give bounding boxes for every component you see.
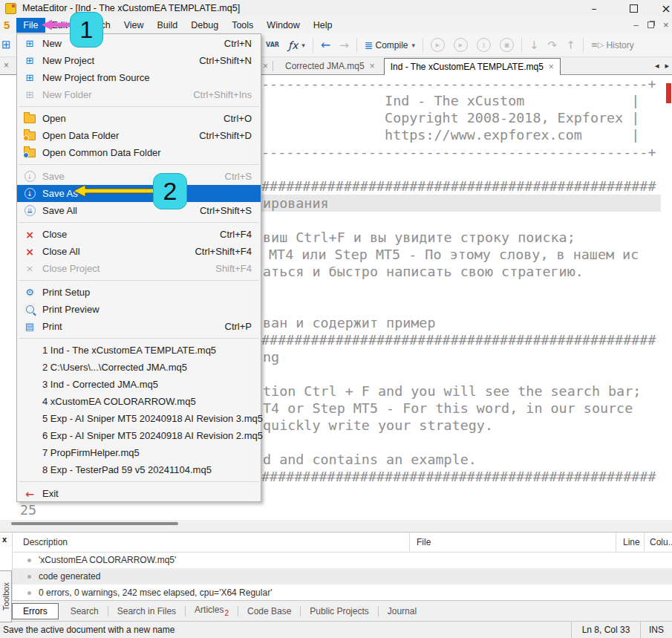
menu-item-4-xcustomea-colorarrow-mq5[interactable]: 4 xCustomEA COLORARROW.mq5 xyxy=(17,393,261,410)
print-setup-icon: ⚙ xyxy=(17,287,42,298)
tab-scroll-left-button[interactable]: ◂ xyxy=(655,61,659,71)
menu-item-label: 1 Ind - The xCustomEA TEMPLATE.mq5 xyxy=(42,345,252,356)
tab-scroll-right-button[interactable]: ▸ xyxy=(665,61,669,71)
toolbox-tab-articles[interactable]: Articles2 xyxy=(186,605,238,616)
compile-button[interactable]: ≣Compile▾ xyxy=(360,39,420,51)
maximize-button[interactable] xyxy=(622,0,645,16)
menu-item-new-project[interactable]: ⊞New ProjectCtrl+Shift+N xyxy=(17,52,261,69)
declare-variables-button[interactable]: VAR xyxy=(261,42,284,48)
toolbox-tab-code-base[interactable]: Code Base xyxy=(238,606,300,616)
menu-item-5-exp-ai-sniper-mt5-20240918-ai-revision-3-mq5[interactable]: 5 Exp - AI Sniper MT5 20240918 AI Revisi… xyxy=(17,410,261,427)
open-data-folder-glyph xyxy=(24,131,36,140)
menu-item-label: Save xyxy=(42,171,225,182)
menu-item-save[interactable]: ↓SaveCtrl+S xyxy=(17,168,261,185)
new-file-button[interactable]: ⊞ xyxy=(1,38,11,51)
close-project-icon: × xyxy=(17,263,42,274)
menu-item-new-folder[interactable]: ⊞New FolderCtrl+Shift+Ins xyxy=(17,86,261,103)
toolbox-tab-journal[interactable]: Journal xyxy=(379,606,425,616)
errors-table-row[interactable]: 'xCustomEA COLORARROW.mq5' xyxy=(13,552,672,568)
code-line: ----------------------------------------… xyxy=(261,143,656,160)
horizontal-scrollbar[interactable] xyxy=(0,520,672,532)
code-line: ########################################… xyxy=(261,468,656,485)
minimize-button[interactable]: – xyxy=(583,0,605,16)
file-menu-popup: ⊞NewCtrl+N⊞New ProjectCtrl+Shift+N⊞New P… xyxy=(16,33,261,502)
errors-table-row[interactable]: 0 errors, 0 warnings, 242 msec elapsed, … xyxy=(13,585,672,601)
mdi-close-button[interactable]: × xyxy=(663,19,672,30)
insert-function-icon: ƒx xyxy=(288,39,298,51)
exit-icon: ← xyxy=(17,488,42,500)
menu-item-2-c-users-corrected-jma-mq5[interactable]: 2 C:\Users\...\Corrected JMA.mq5 xyxy=(17,359,261,376)
exit-glyph: ← xyxy=(25,488,34,500)
menu-item-save-all[interactable]: ⇊Save AllCtrl+Shift+S xyxy=(17,202,261,219)
navigate-forward-button[interactable]: → xyxy=(335,39,353,52)
toolbox-tab-search-in-files[interactable]: Search in Files xyxy=(108,606,185,616)
insert-function-button[interactable]: ƒx▾ xyxy=(284,39,310,51)
menu-item-print-setup[interactable]: ⚙Print Setup xyxy=(17,284,261,301)
menu-item-7-propfirmhelper-mq5[interactable]: 7 PropFirmHelper.mq5 xyxy=(17,444,261,461)
column-description[interactable]: Description xyxy=(23,537,68,547)
menu-item-new[interactable]: ⊞NewCtrl+N xyxy=(17,35,261,52)
pause-debugging-button[interactable]: ∥ xyxy=(472,38,495,52)
menu-item-open-data-folder[interactable]: Open Data FolderCtrl+Shift+D xyxy=(17,127,261,144)
document-tab-corrected-jma-mq5[interactable]: Corrected JMA.mq5× xyxy=(279,57,381,74)
toolbox-tab-search[interactable]: Search xyxy=(62,606,108,616)
menu-item-3-ind-corrected-jma-mq5[interactable]: 3 Ind - Corrected JMA.mq5 xyxy=(17,376,261,393)
menubar-item-help[interactable]: Help xyxy=(307,18,339,33)
menu-item-exit[interactable]: ←Exit xyxy=(17,485,261,502)
tab-badge: 2 xyxy=(224,609,229,617)
hidden-tab-close-icon[interactable]: × xyxy=(261,61,273,71)
toolbox-side-tab-label: Toolbox xyxy=(1,582,10,611)
menu-item-close-all[interactable]: ×Close AllCtrl+Shift+F4 xyxy=(17,243,261,260)
tab-close-icon[interactable]: × xyxy=(370,61,375,71)
callout-step-1-number: 1 xyxy=(80,16,94,44)
step-out-button[interactable]: ↑ xyxy=(561,39,580,52)
toolbox-side-tab[interactable]: Toolbox xyxy=(0,570,12,622)
navigate-back-button[interactable]: ← xyxy=(316,38,335,52)
mdi-restore-button[interactable] xyxy=(647,22,654,28)
mdi-minimize-button[interactable]: – xyxy=(633,20,639,30)
horizontal-scrollbar-thumb[interactable] xyxy=(11,522,178,525)
modified-line-marker xyxy=(666,83,671,103)
menubar-item-build[interactable]: Build xyxy=(151,18,185,33)
column-file[interactable]: File xyxy=(417,537,431,547)
errors-table-row[interactable]: code generated xyxy=(13,568,672,585)
new-project-from-source-icon: ⊞ xyxy=(17,72,42,83)
tabbar-close-icon[interactable]: × xyxy=(4,60,9,71)
menu-item-label: Open Data Folder xyxy=(42,130,199,141)
document-tab-ind-the-xcustomea-template-mq5[interactable]: Ind - The xCustomEA TEMPLATE.mq5× xyxy=(384,58,561,75)
menubar-item-file[interactable]: File xyxy=(16,18,45,33)
menu-item-6-exp-ai-sniper-mt5-20240918-ai-revision-2-mq5[interactable]: 6 Exp - AI Sniper MT5 20240918 AI Revisi… xyxy=(17,427,261,444)
tab-close-icon[interactable]: × xyxy=(549,62,554,72)
menu-item-print[interactable]: ▤PrintCtrl+P xyxy=(17,318,261,335)
menu-item-shortcut: Ctrl+Shift+D xyxy=(199,130,261,141)
menu-item-1-ind-the-xcustomea-template-mq5[interactable]: 1 Ind - The xCustomEA TEMPLATE.mq5 xyxy=(17,342,261,359)
menu-item-label: 6 Exp - AI Sniper MT5 20240918 AI Revisi… xyxy=(42,430,263,441)
toolbox-tab-errors[interactable]: Errors xyxy=(12,603,59,619)
menu-item-close-project[interactable]: ×Close ProjectShift+F4 xyxy=(17,260,261,277)
menu-item-open-common-data-folder[interactable]: Open Common Data Folder xyxy=(17,144,261,161)
menubar-item-view[interactable]: View xyxy=(117,18,151,33)
code-line: d and contains an example. xyxy=(263,451,477,468)
menu-item-label: Close Project xyxy=(42,263,215,274)
menubar-item-debug[interactable]: Debug xyxy=(184,18,225,33)
maximize-icon xyxy=(630,4,638,13)
start-debugging-icon: ▶ xyxy=(431,38,445,52)
menubar-item-window[interactable]: Window xyxy=(260,18,306,33)
menu-item-close[interactable]: ×CloseCtrl+F4 xyxy=(17,226,261,243)
menu-item-print-preview[interactable]: Print Preview xyxy=(17,301,261,318)
step-into-button[interactable]: ↓ xyxy=(525,39,544,52)
column-line[interactable]: Line xyxy=(623,537,640,547)
panel-close-icon[interactable]: x xyxy=(2,535,7,544)
continue-debugging-button[interactable]: ▶ xyxy=(449,38,472,52)
close-button[interactable]: × xyxy=(656,0,672,16)
menu-item-open[interactable]: OpenCtrl+O xyxy=(17,110,261,127)
menubar-item-tools[interactable]: Tools xyxy=(225,18,260,33)
start-debugging-button[interactable]: ▶ xyxy=(426,38,449,52)
stop-debugging-button[interactable]: ■ xyxy=(495,38,518,52)
step-over-button[interactable]: ↷ xyxy=(544,39,562,52)
menu-item-new-project-from-source[interactable]: ⊞New Project from Source xyxy=(17,69,261,86)
column-column[interactable]: Colu... xyxy=(650,537,672,547)
toolbox-tab-public-projects[interactable]: Public Projects xyxy=(301,606,377,616)
history-button[interactable]: ≡▷History xyxy=(587,40,639,51)
menu-item-8-exp-testerpad-59-v5-20241104-mq5[interactable]: 8 Exp - TesterPad 59 v5 20241104.mq5 xyxy=(17,461,261,478)
